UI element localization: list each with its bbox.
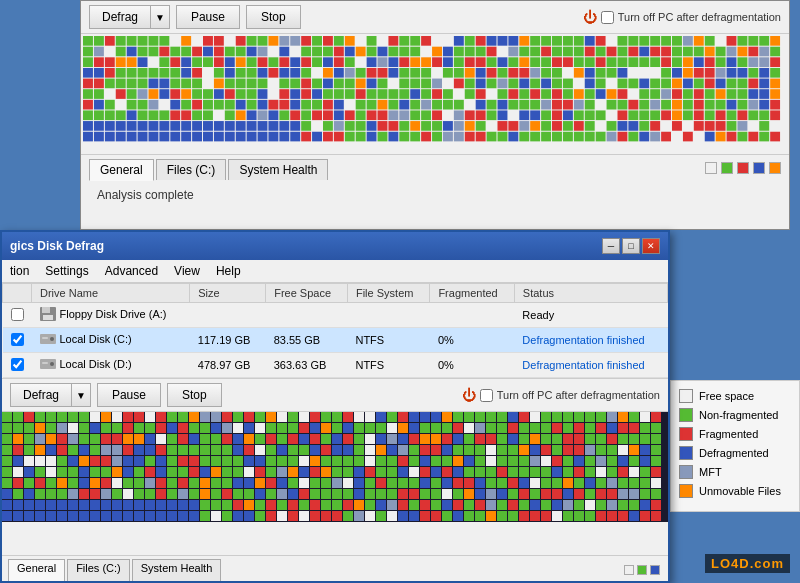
ml-defrag — [650, 565, 660, 575]
legend-item-nonfrag: Non-fragmented — [679, 408, 791, 422]
maximize-button[interactable]: □ — [622, 238, 640, 254]
th-size: Size — [190, 284, 266, 303]
legend-color-frag — [679, 427, 693, 441]
drive-c-size: 117.19 GB — [190, 328, 266, 353]
main-stop-button[interactable]: Stop — [167, 383, 222, 407]
bg-toolbar: Defrag ▼ Pause Stop ⏻ Turn off PC after … — [81, 1, 789, 34]
main-tab-health[interactable]: System Health — [132, 559, 222, 581]
main-tabs: General Files (C:) System Health — [2, 555, 668, 581]
ml-free — [624, 565, 634, 575]
bg-defrag-button[interactable]: Defrag — [89, 5, 150, 29]
legend-label-defrag: Defragmented — [699, 447, 769, 459]
bg-tab-files[interactable]: Files (C:) — [156, 159, 227, 180]
menu-action[interactable]: tion — [2, 262, 37, 280]
legend-free — [705, 162, 717, 174]
drive-c-free: 83.55 GB — [266, 328, 348, 353]
title-controls: ─ □ ✕ — [602, 238, 660, 254]
main-tab-general[interactable]: General — [8, 559, 65, 581]
drive-d-free: 363.63 GB — [266, 353, 348, 378]
legend-color-free — [679, 389, 693, 403]
drive-d-checkbox[interactable] — [11, 358, 24, 371]
menu-view[interactable]: View — [166, 262, 208, 280]
svg-rect-5 — [42, 337, 48, 339]
menu-help[interactable]: Help — [208, 262, 249, 280]
th-drive-name: Drive Name — [32, 284, 190, 303]
svg-rect-1 — [42, 307, 50, 313]
main-toolbar: Defrag ▼ Pause Stop ⏻ Turn off PC after … — [2, 378, 668, 412]
main-defrag-dropdown[interactable]: ▼ — [71, 383, 91, 407]
drive-a-checkbox[interactable] — [11, 308, 24, 321]
main-power-label: Turn off PC after defragmentation — [497, 389, 660, 401]
floppy-icon — [40, 307, 56, 321]
bottom-disk-map — [2, 412, 668, 522]
bg-disk-map — [81, 34, 789, 154]
th-check — [3, 284, 32, 303]
legend-defrag — [753, 162, 765, 174]
svg-rect-8 — [42, 362, 48, 364]
window-title: gics Disk Defrag — [10, 239, 104, 253]
svg-point-7 — [50, 362, 54, 366]
bg-legend-area — [697, 158, 789, 178]
menu-settings[interactable]: Settings — [37, 262, 96, 280]
menu-advanced[interactable]: Advanced — [97, 262, 166, 280]
table-row[interactable]: Local Disk (D:) 478.97 GB 363.63 GB NTFS… — [3, 353, 668, 378]
power-icon: ⏻ — [583, 9, 597, 25]
main-tab-files[interactable]: Files (C:) — [67, 559, 130, 581]
legend-color-nonfrag — [679, 408, 693, 422]
bg-pause-button[interactable]: Pause — [176, 5, 240, 29]
svg-point-4 — [50, 337, 54, 341]
legend-frag — [737, 162, 749, 174]
drive-c-fs: NTFS — [347, 328, 429, 353]
table-row[interactable]: Floppy Disk Drive (A:) Ready — [3, 303, 668, 328]
drive-c-checkbox[interactable] — [11, 333, 24, 346]
legend-item-mft: MFT — [679, 465, 791, 479]
bg-power-label: Turn off PC after defragmentation — [618, 11, 781, 23]
main-defrag-button[interactable]: Defrag — [10, 383, 71, 407]
main-defrag-group: Defrag ▼ — [10, 383, 91, 407]
table-row[interactable]: Local Disk (C:) 117.19 GB 83.55 GB NTFS … — [3, 328, 668, 353]
main-legend — [624, 559, 660, 581]
drive-a-name: Floppy Disk Drive (A:) — [40, 307, 167, 321]
legend-label-free: Free space — [699, 390, 754, 402]
drive-d-size: 478.97 GB — [190, 353, 266, 378]
drive-icon — [40, 332, 56, 346]
drive-d-status: Defragmentation finished — [514, 353, 667, 378]
close-button[interactable]: ✕ — [642, 238, 660, 254]
legend-color-unmovable — [679, 484, 693, 498]
bg-power-checkbox[interactable] — [601, 11, 614, 24]
legend-color-mft — [679, 465, 693, 479]
drive-icon2 — [40, 357, 56, 371]
drive-d-fs: NTFS — [347, 353, 429, 378]
th-file-system: File System — [347, 284, 429, 303]
th-fragmented: Fragmented — [430, 284, 514, 303]
bg-defrag-group: Defrag ▼ — [89, 5, 170, 29]
minimize-button[interactable]: ─ — [602, 238, 620, 254]
bg-stop-button[interactable]: Stop — [246, 5, 301, 29]
main-window: gics Disk Defrag ─ □ ✕ tion Settings Adv… — [0, 230, 670, 583]
background-window: Defrag ▼ Pause Stop ⏻ Turn off PC after … — [80, 0, 790, 230]
main-power-option: ⏻ Turn off PC after defragmentation — [462, 387, 660, 403]
legend-unmovable — [769, 162, 781, 174]
main-disk-canvas — [2, 412, 668, 522]
legend-label-frag: Fragmented — [699, 428, 758, 440]
bg-analysis-text: Analysis complete — [81, 180, 789, 210]
legend-nonfrag — [721, 162, 733, 174]
drive-d-frag: 0% — [430, 353, 514, 378]
drive-table-container: Drive Name Size Free Space File System F… — [2, 283, 668, 378]
main-power-icon: ⏻ — [462, 387, 476, 403]
ml-nonfrag — [637, 565, 647, 575]
legend-label-unmovable: Unmovable Files — [699, 485, 781, 497]
main-power-checkbox[interactable] — [480, 389, 493, 402]
drive-d-name: Local Disk (D:) — [40, 357, 132, 371]
bg-tab-health[interactable]: System Health — [228, 159, 328, 180]
bg-tabs: General Files (C:) System Health — [81, 155, 697, 180]
th-free-space: Free Space — [266, 284, 348, 303]
legend-item-free: Free space — [679, 389, 791, 403]
legend-label-mft: MFT — [699, 466, 722, 478]
right-legend-panel: Free space Non-fragmented Fragmented Def… — [670, 380, 800, 512]
bg-tab-general[interactable]: General — [89, 159, 154, 181]
th-status: Status — [514, 284, 667, 303]
main-pause-button[interactable]: Pause — [97, 383, 161, 407]
bg-defrag-dropdown[interactable]: ▼ — [150, 5, 170, 29]
title-bar: gics Disk Defrag ─ □ ✕ — [2, 232, 668, 260]
